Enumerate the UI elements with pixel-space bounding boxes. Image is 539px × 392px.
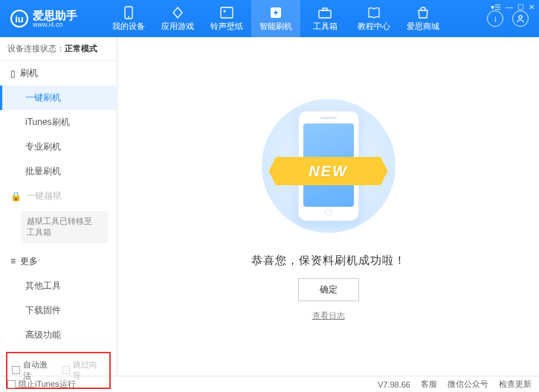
sidebar-head-more[interactable]: ≡ 更多 xyxy=(0,249,117,274)
view-log-link[interactable]: 查看日志 xyxy=(312,310,345,321)
success-message: 恭喜您，保资料刷机成功啦！ xyxy=(251,254,406,268)
svg-rect-6 xyxy=(323,8,327,10)
toolbox-icon xyxy=(318,6,332,19)
minimize-icon[interactable]: — xyxy=(506,3,513,11)
sidebar-head-jailbreak: 🔒 一键越狱 xyxy=(0,184,117,208)
app-site: www.i4.cn xyxy=(33,21,77,28)
top-nav: 我的设备 应用游戏 铃声壁纸 智能刷机 工具箱 教程中心 爱思商城 xyxy=(104,0,477,37)
status-link-support[interactable]: 客服 xyxy=(421,379,437,390)
svg-point-1 xyxy=(128,16,129,17)
list-icon: ≡ xyxy=(10,256,16,266)
apps-icon xyxy=(171,6,184,19)
sidebar-item-download-firmware[interactable]: 下载固件 xyxy=(0,298,117,323)
store-icon xyxy=(416,6,430,19)
app-logo: iu 爱思助手 www.i4.cn xyxy=(0,10,104,28)
user-button[interactable] xyxy=(512,10,529,27)
app-name: 爱思助手 xyxy=(33,10,77,21)
ok-button[interactable]: 确定 xyxy=(298,278,359,301)
nav-smart-flash[interactable]: 智能刷机 xyxy=(251,0,300,37)
sidebar-item-itunes-flash[interactable]: iTunes刷机 xyxy=(0,110,117,135)
connection-status: 设备连接状态：正常模式 xyxy=(0,37,117,61)
sidebar-item-other-tools[interactable]: 其他工具 xyxy=(0,274,117,298)
menu-icon[interactable]: ▾☰ xyxy=(491,3,501,11)
phone-small-icon: ▯ xyxy=(10,68,16,79)
success-illustration: NEW xyxy=(247,91,410,240)
jailbreak-note: 越狱工具已转移至 工具箱 xyxy=(21,211,108,243)
lock-icon: 🔒 xyxy=(10,191,22,202)
sidebar-head-flash[interactable]: ▯ 刷机 xyxy=(0,61,117,86)
status-link-wechat[interactable]: 微信公众号 xyxy=(448,379,488,390)
sidebar: 设备连接状态：正常模式 ▯ 刷机 一键刷机 iTunes刷机 专业刷机 批量刷机… xyxy=(0,37,117,376)
new-ribbon: NEW xyxy=(269,157,388,185)
download-button[interactable]: ↓ xyxy=(487,10,503,27)
nav-store[interactable]: 爱思商城 xyxy=(398,0,448,37)
sidebar-item-advanced[interactable]: 高级功能 xyxy=(0,323,117,347)
content-area: NEW 恭喜您，保资料刷机成功啦！ 确定 查看日志 xyxy=(117,37,539,376)
nav-toolbox[interactable]: 工具箱 xyxy=(300,0,349,37)
checkbox-block-itunes[interactable]: 阻止iTunes运行 xyxy=(7,379,76,390)
nav-ringtones[interactable]: 铃声壁纸 xyxy=(202,0,251,37)
sidebar-item-pro-flash[interactable]: 专业刷机 xyxy=(0,135,117,159)
titlebar: iu 爱思助手 www.i4.cn 我的设备 应用游戏 铃声壁纸 智能刷机 工具… xyxy=(0,0,539,37)
nav-my-device[interactable]: 我的设备 xyxy=(104,0,153,37)
image-icon xyxy=(220,6,233,19)
sidebar-item-batch-flash[interactable]: 批量刷机 xyxy=(0,159,117,184)
phone-icon xyxy=(122,6,135,19)
book-icon xyxy=(367,6,381,19)
sidebar-item-oneclick-flash[interactable]: 一键刷机 xyxy=(0,86,117,110)
svg-rect-5 xyxy=(319,10,331,18)
maximize-icon[interactable]: ☐ xyxy=(517,3,524,11)
nav-tutorials[interactable]: 教程中心 xyxy=(349,0,398,37)
version-label: V7.98.66 xyxy=(378,380,410,389)
svg-point-7 xyxy=(519,16,522,19)
close-icon[interactable]: ✕ xyxy=(529,3,535,11)
status-link-update[interactable]: 检查更新 xyxy=(499,379,532,390)
nav-apps[interactable]: 应用游戏 xyxy=(153,0,202,37)
svg-point-3 xyxy=(224,10,226,12)
svg-rect-2 xyxy=(221,7,233,18)
logo-icon: iu xyxy=(10,10,28,28)
flash-icon xyxy=(269,6,283,19)
